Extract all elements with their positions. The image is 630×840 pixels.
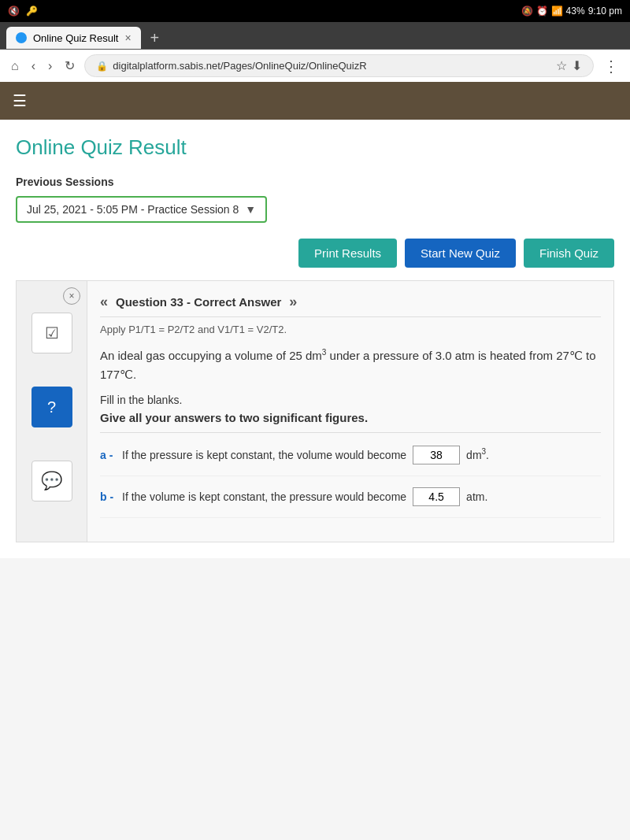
address-bar: ⌂ ‹ › ↻ 🔒 digitalplatform.sabis.net/Page… <box>0 49 630 82</box>
fill-instruction: Fill in the blanks. <box>100 394 601 406</box>
key-icon: 🔑 <box>26 6 38 17</box>
finish-quiz-button[interactable]: Finish Quiz <box>524 239 614 268</box>
battery-text: 43% <box>566 6 585 17</box>
part-a-answer-input[interactable] <box>413 446 460 464</box>
start-new-quiz-button[interactable]: Start New Quiz <box>405 239 516 268</box>
menu-dots-button[interactable]: ⋮ <box>600 55 622 77</box>
tab-close-button[interactable]: × <box>124 31 131 44</box>
comment-icon: 💬 <box>41 471 62 491</box>
reload-button[interactable]: ↻ <box>61 57 78 75</box>
hint-text: Apply P1/T1 = P2/T2 and V1/T1 = V2/T2. <box>100 324 601 335</box>
part-b-label: b - <box>100 490 116 503</box>
part-b-unit: atm. <box>466 490 487 503</box>
side-panel: × ☑ ? 💬 <box>17 281 87 542</box>
side-panel-close-button[interactable]: × <box>63 287 80 305</box>
action-buttons: Print Results Start New Quiz Finish Quiz <box>16 239 614 268</box>
download-icon: ⬇ <box>572 58 582 73</box>
page-content: Online Quiz Result Previous Sessions Jul… <box>0 120 630 558</box>
lock-icon: 🔒 <box>96 61 108 72</box>
quiz-wrapper: × ☑ ? 💬 « Question 33 - Correct Answer »… <box>16 280 614 542</box>
mute-icon: 🔇 <box>8 6 20 17</box>
comment-icon-box[interactable]: 💬 <box>32 461 72 501</box>
page-title: Online Quiz Result <box>16 135 614 160</box>
tab-favicon <box>16 32 27 43</box>
close-icon: × <box>69 290 74 302</box>
alarm-icon: ⏰ <box>536 6 548 17</box>
home-button[interactable]: ⌂ <box>8 57 22 75</box>
print-results-button[interactable]: Print Results <box>298 239 397 268</box>
back-button[interactable]: ‹ <box>28 57 39 75</box>
status-right-icons: 🔕 ⏰ 📶 43% 9:10 pm <box>521 6 622 17</box>
previous-sessions-label: Previous Sessions <box>16 176 614 188</box>
star-icon: ☆ <box>556 58 567 73</box>
session-value: Jul 25, 2021 - 5:05 PM - Practice Sessio… <box>27 203 239 216</box>
help-icon-box[interactable]: ? <box>32 387 72 427</box>
question-nav: « Question 33 - Correct Answer » <box>100 294 601 317</box>
address-text: digitalplatform.sabis.net/Pages/OnlineQu… <box>113 60 551 72</box>
question-text-part1: An ideal gas occupying a volume of 25 dm… <box>100 349 596 381</box>
dropdown-arrow-icon: ▼ <box>245 203 256 216</box>
answer-row-b: b - If the volume is kept constant, the … <box>100 487 601 518</box>
address-input-container[interactable]: 🔒 digitalplatform.sabis.net/Pages/Online… <box>84 54 594 77</box>
part-a-unit: dm3. <box>466 447 489 461</box>
new-tab-button[interactable]: + <box>144 29 166 47</box>
status-left-icons: 🔇 🔑 <box>8 6 38 17</box>
part-b-answer-input[interactable] <box>413 487 460 506</box>
app-header: ☰ <box>0 82 630 120</box>
forward-button[interactable]: › <box>45 57 55 75</box>
session-dropdown[interactable]: Jul 25, 2021 - 5:05 PM - Practice Sessio… <box>16 196 267 223</box>
part-b-text: If the volume is kept constant, the pres… <box>122 490 406 503</box>
silent-icon: 🔕 <box>521 6 533 17</box>
checkbox-icon-box[interactable]: ☑ <box>32 313 72 353</box>
tab-bar: Online Quiz Result × + <box>0 22 630 49</box>
part-a-text: If the pressure is kept constant, the vo… <box>122 449 406 461</box>
checkbox-icon: ☑ <box>45 324 59 342</box>
next-question-button[interactable]: » <box>289 294 297 310</box>
tab-title: Online Quiz Result <box>33 32 118 44</box>
active-tab[interactable]: Online Quiz Result × <box>6 27 141 49</box>
time-display: 9:10 pm <box>588 6 622 17</box>
hamburger-menu-button[interactable]: ☰ <box>13 91 27 110</box>
answer-row-a: a - If the pressure is kept constant, th… <box>100 446 601 476</box>
status-bar: 🔇 🔑 🔕 ⏰ 📶 43% 9:10 pm <box>0 0 630 22</box>
question-title: Question 33 - Correct Answer <box>116 295 281 309</box>
question-body: An ideal gas occupying a volume of 25 dm… <box>100 346 601 384</box>
browser-chrome: Online Quiz Result × + ⌂ ‹ › ↻ 🔒 digital… <box>0 22 630 82</box>
quiz-main-area: « Question 33 - Correct Answer » Apply P… <box>87 281 613 542</box>
signal-icon: 📶 <box>551 6 563 17</box>
question-mark-icon: ? <box>47 398 56 416</box>
part-a-label: a - <box>100 449 116 461</box>
prev-question-button[interactable]: « <box>100 294 108 310</box>
significant-note: Give all your answers to two significant… <box>100 411 601 433</box>
